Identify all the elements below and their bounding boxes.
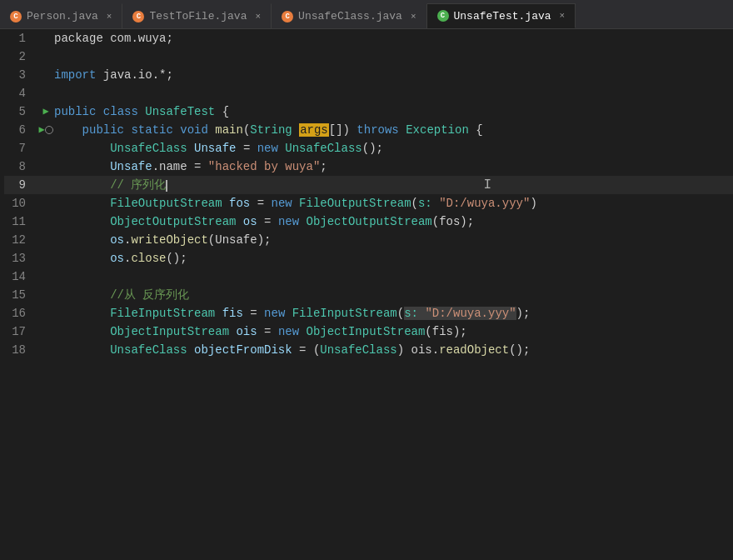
code-line-7: 7 UnsafeClass Unsafe = new UnsafeClass()… [4, 139, 733, 158]
code-line-9: 9 // 序列化I [4, 176, 733, 194]
tab-icon-unsafetest: C [437, 10, 449, 22]
code-line-1: 1package com.wuya; [4, 29, 733, 48]
code-line-6: 6▶ public static void main(String args[]… [4, 121, 733, 139]
tab-close-person[interactable]: × [107, 12, 112, 22]
code-line-4: 4 [4, 84, 733, 102]
line-number-6: 6 [4, 121, 37, 139]
line-number-4: 4 [4, 84, 37, 102]
breakpoint-6[interactable] [45, 126, 53, 134]
line-number-18: 18 [4, 341, 37, 359]
tab-testtofile[interactable]: C TestToFile.java × [122, 3, 272, 28]
line-code-15: //从 反序列化 [54, 286, 733, 304]
editor: 1package com.wuya;23import java.io.*;45▶… [0, 29, 733, 560]
code-line-11: 11 ObjectOutputStream os = new ObjectOut… [4, 212, 733, 231]
gutter-6[interactable]: ▶ [37, 121, 54, 139]
run-arrow-5[interactable]: ▶ [42, 102, 48, 121]
line-number-15: 15 [4, 286, 37, 304]
line-number-5: 5 [4, 102, 37, 121]
line-number-2: 2 [4, 48, 37, 66]
line-code-8: Unsafe.name = "hacked by wuya"; [54, 158, 733, 176]
line-number-10: 10 [4, 194, 37, 212]
tab-close-unsafetest[interactable]: × [560, 11, 566, 21]
code-line-12: 12 os.writeObject(Unsafe); [4, 231, 733, 249]
line-number-7: 7 [4, 139, 37, 158]
code-line-8: 8 Unsafe.name = "hacked by wuya"; [4, 158, 733, 176]
line-code-11: ObjectOutputStream os = new ObjectOutput… [54, 212, 733, 231]
code-line-2: 2 [4, 48, 733, 66]
line-code-18: UnsafeClass objectFromDisk = (UnsafeClas… [54, 341, 733, 359]
line-number-16: 16 [4, 304, 37, 322]
line-number-3: 3 [4, 66, 37, 84]
code-line-15: 15 //从 反序列化 [4, 286, 733, 304]
tab-unsafetest[interactable]: C UnsafeTest.java × [427, 3, 576, 28]
line-number-12: 12 [4, 231, 37, 249]
line-number-8: 8 [4, 158, 37, 176]
code-line-16: 16 FileInputStream fis = new FileInputSt… [4, 304, 733, 322]
code-line-18: 18 UnsafeClass objectFromDisk = (UnsafeC… [4, 341, 733, 359]
line-number-14: 14 [4, 268, 37, 286]
line-code-6: public static void main(String args[]) t… [54, 121, 733, 139]
code-line-3: 3import java.io.*; [4, 66, 733, 84]
tab-icon-person: C [10, 11, 22, 22]
line-code-7: UnsafeClass Unsafe = new UnsafeClass(); [54, 139, 733, 158]
line-number-9: 9 [4, 176, 37, 194]
code-line-13: 13 os.close(); [4, 249, 733, 268]
tab-label-person: Person.java [27, 10, 98, 22]
line-code-1: package com.wuya; [54, 29, 733, 48]
tab-label-testtofile: TestToFile.java [149, 10, 247, 22]
gutter-5[interactable]: ▶ [37, 102, 54, 121]
line-code-17: ObjectInputStream ois = new ObjectInputS… [54, 322, 733, 341]
code-content[interactable]: 1package com.wuya;23import java.io.*;45▶… [0, 29, 733, 560]
tab-icon-unsafeclass: C [282, 11, 293, 22]
tab-label-unsafetest: UnsafeTest.java [454, 10, 551, 22]
line-code-3: import java.io.*; [54, 66, 733, 84]
tab-label-unsafeclass: UnsafeClass.java [298, 10, 402, 22]
tab-bar: C Person.java × C TestToFile.java × C Un… [0, 0, 733, 29]
code-line-17: 17 ObjectInputStream ois = new ObjectInp… [4, 322, 733, 341]
run-arrow-6[interactable]: ▶ [38, 121, 44, 139]
line-code-9: // 序列化 [54, 176, 733, 194]
line-number-13: 13 [4, 249, 37, 268]
line-code-5: public class UnsafeTest { [54, 102, 733, 121]
code-line-5: 5▶public class UnsafeTest { [4, 102, 733, 121]
code-line-10: 10 FileOutputStream fos = new FileOutput… [4, 194, 733, 212]
line-number-1: 1 [4, 29, 37, 48]
line-code-16: FileInputStream fis = new FileInputStrea… [54, 304, 733, 322]
tab-person[interactable]: C Person.java × [0, 3, 122, 28]
tab-close-testtofile[interactable]: × [255, 12, 261, 22]
line-number-11: 11 [4, 212, 37, 231]
line-code-10: FileOutputStream fos = new FileOutputStr… [54, 194, 733, 212]
tab-close-unsafeclass[interactable]: × [411, 12, 416, 22]
tab-unsafeclass[interactable]: C UnsafeClass.java × [272, 3, 426, 28]
code-line-14: 14 [4, 268, 733, 286]
text-cursor [166, 180, 167, 192]
line-code-13: os.close(); [54, 249, 733, 268]
line-code-12: os.writeObject(Unsafe); [54, 231, 733, 249]
tab-icon-testtofile: C [132, 11, 144, 22]
line-number-17: 17 [4, 322, 37, 341]
